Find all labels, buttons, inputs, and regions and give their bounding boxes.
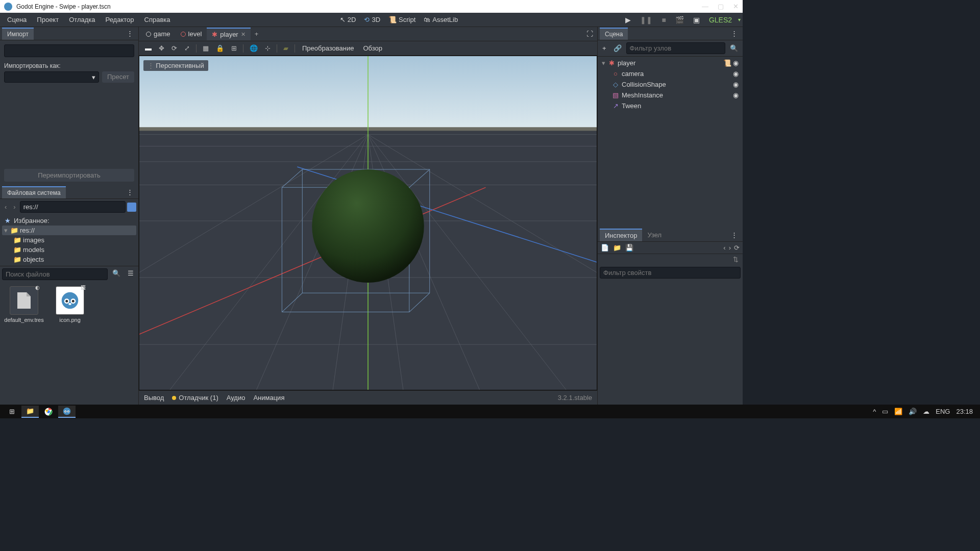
stop-button[interactable]: ■ [658, 14, 669, 26]
fs-folder-images[interactable]: 📁images [11, 235, 136, 245]
filesystem-tab[interactable]: Файловая система [2, 186, 66, 198]
scene-node-collisionshape[interactable]: ◇CollisionShape◉ [610, 79, 741, 90]
fs-folder-objects[interactable]: 📁objects [11, 255, 136, 264]
lock-tool[interactable]: 🔒 [213, 43, 227, 54]
taskbar-chrome[interactable] [40, 406, 57, 418]
fs-view-toggle[interactable] [127, 203, 136, 212]
camera-tool[interactable]: 🌐 [247, 43, 261, 54]
insp-resource-save-icon[interactable]: 💾 [625, 244, 633, 252]
visibility-icon[interactable]: ◉ [733, 91, 739, 99]
group-tool[interactable]: ⊞ [228, 43, 240, 54]
audio-button[interactable]: Аудио [227, 394, 246, 402]
inspector-tab[interactable]: Инспектор [600, 229, 642, 241]
snap-tool[interactable]: ▦ [200, 43, 212, 54]
filesystem-menu-icon[interactable]: ⋮ [124, 188, 136, 196]
scene-node-player[interactable]: ▾ ✱ player 📜◉ [600, 58, 741, 68]
close-tab-icon[interactable]: ✕ [241, 31, 246, 38]
import-tab[interactable]: Импорт [2, 28, 34, 40]
viewport-3d[interactable]: ⋮ Перспективный [139, 56, 597, 390]
minimize-button[interactable]: — [702, 3, 708, 10]
tray-cloud-icon[interactable]: ☁ [923, 408, 929, 415]
menu-project[interactable]: Проект [32, 14, 64, 26]
tray-volume-icon[interactable]: 🔊 [909, 408, 917, 415]
visibility-icon[interactable]: ◉ [733, 59, 739, 67]
fs-file-default-env[interactable]: ◐ default_env.tres [4, 286, 44, 323]
fs-file-icon-png[interactable]: 🖼 icon.png [50, 286, 90, 323]
fs-forward-button[interactable]: › [11, 202, 18, 212]
tray-battery-icon[interactable]: ▭ [882, 408, 888, 415]
play-button[interactable]: ▶ [622, 14, 634, 26]
rotate-tool[interactable]: ⟳ [168, 43, 180, 54]
menu-editor[interactable]: Редактор [101, 14, 139, 26]
renderer-chevron-icon[interactable]: ▾ [738, 17, 741, 22]
scene-panel-menu-icon[interactable]: ⋮ [728, 30, 741, 37]
workspace-2d[interactable]: ↖ 2D [336, 14, 360, 25]
menu-debug[interactable]: Отладка [64, 14, 100, 26]
search-icon[interactable]: 🔍 [110, 268, 123, 280]
debugger-button[interactable]: Отладчик (1) [172, 394, 218, 402]
workspace-3d[interactable]: ⟲ 3D [360, 14, 384, 25]
perspective-button[interactable]: ⋮ Перспективный [143, 60, 208, 71]
tray-wifi-icon[interactable]: 📶 [894, 408, 902, 415]
output-button[interactable]: Вывод [144, 394, 164, 402]
misc-tool[interactable]: ▰ [280, 43, 291, 54]
workspace-script[interactable]: 📜 Script [384, 14, 420, 25]
scene-node-meshinstance[interactable]: ▧MeshInstance◉ [610, 90, 741, 101]
renderer-select[interactable]: GLES2 [706, 14, 735, 26]
taskbar-explorer[interactable]: 📁 [21, 406, 39, 418]
fs-list-toggle[interactable]: ☰ [125, 268, 136, 280]
inspector-menu-icon[interactable]: ⋮ [728, 231, 741, 239]
view-menu[interactable]: Обзор [359, 43, 387, 54]
scene-tab-level[interactable]: level [176, 28, 207, 40]
fs-favorites[interactable]: ★Избранное: [2, 216, 136, 226]
fs-root[interactable]: ▾📁res:// [2, 226, 136, 235]
fs-search-input[interactable] [2, 268, 108, 280]
start-button[interactable]: ⊞ [3, 406, 20, 418]
tray-language[interactable]: ENG [936, 408, 950, 415]
pause-button[interactable]: ❚❚ [637, 14, 655, 26]
scale-tool[interactable]: ⤢ [181, 43, 193, 54]
close-button[interactable]: ✕ [733, 3, 739, 10]
add-scene-button[interactable]: + [251, 28, 263, 40]
insp-history-back-icon[interactable]: ‹ [723, 244, 725, 252]
inspector-filter-input[interactable] [600, 267, 741, 279]
taskbar-godot[interactable] [58, 406, 76, 418]
insp-resource-load-icon[interactable]: 📁 [613, 244, 621, 252]
menu-scene[interactable]: Сцена [2, 14, 32, 26]
insp-history-icon[interactable]: ⟳ [734, 244, 740, 252]
import-type-dropdown[interactable]: ▾ [4, 71, 99, 83]
menu-help[interactable]: Справка [139, 14, 176, 26]
scene-tab-player[interactable]: ✱player✕ [207, 28, 250, 40]
listener-tool[interactable]: ⊹ [262, 43, 274, 54]
preset-button[interactable]: Пресет [102, 71, 134, 83]
import-path-input[interactable] [4, 44, 134, 57]
move-tool[interactable]: ✥ [156, 43, 167, 54]
play-scene-button[interactable]: 🎬 [672, 14, 687, 26]
tray-chevron-icon[interactable]: ^ [873, 408, 876, 415]
scene-filter-input[interactable] [626, 42, 725, 54]
add-node-button[interactable]: + [600, 43, 609, 54]
import-menu-icon[interactable]: ⋮ [124, 30, 136, 37]
fs-folder-models[interactable]: 📁models [11, 245, 136, 255]
workspace-assetlib[interactable]: 🛍 AssetLib [420, 14, 462, 25]
distraction-free-button[interactable]: ⛶ [584, 28, 595, 40]
visibility-icon[interactable]: ◉ [733, 70, 739, 78]
fs-back-button[interactable]: ‹ [2, 202, 9, 212]
scene-tab-game[interactable]: game [141, 28, 176, 40]
scene-node-camera[interactable]: ○camera◉ [610, 68, 741, 79]
fs-path-input[interactable] [20, 201, 126, 213]
scene-node-tween[interactable]: ↗Tween [610, 101, 741, 111]
script-icon[interactable]: 📜 [723, 59, 731, 67]
transform-menu[interactable]: Преобразование [298, 43, 358, 54]
visibility-icon[interactable]: ◉ [733, 81, 739, 88]
chevron-down-icon[interactable]: ▾ [602, 59, 605, 67]
maximize-button[interactable]: ▢ [718, 3, 724, 10]
tray-clock[interactable]: 23:18 [956, 408, 973, 415]
reimport-button[interactable]: Переимпортировать [4, 169, 134, 182]
scene-panel-tab[interactable]: Сцена [600, 28, 628, 40]
link-node-button[interactable]: 🔗 [611, 43, 624, 54]
play-custom-button[interactable]: ▣ [690, 14, 703, 26]
insp-extra-icon[interactable]: ⇅ [733, 256, 739, 263]
insp-resource-new-icon[interactable]: 📄 [601, 244, 609, 252]
select-tool[interactable]: ▬ [142, 43, 155, 54]
